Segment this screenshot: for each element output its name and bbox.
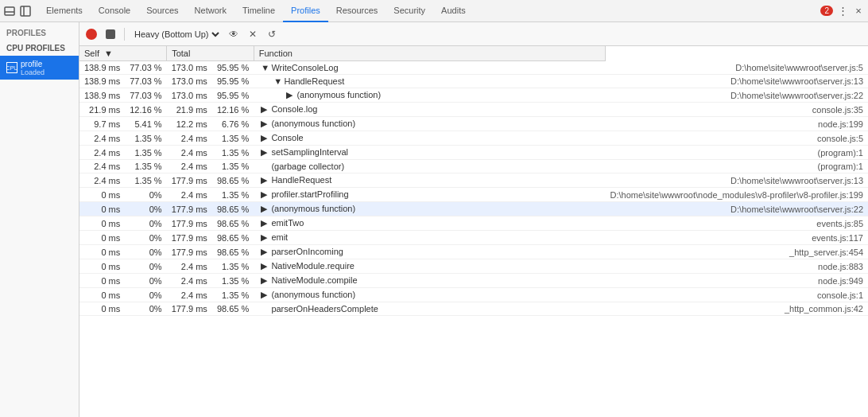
tab-elements[interactable]: Elements (38, 0, 91, 22)
total-ms-cell: 173.0 ms (167, 61, 212, 75)
expand-arrow[interactable]: ▶ (261, 175, 269, 185)
table-row[interactable]: 0 ms 0% 2.4 ms 1.35 % ▶ profiler.startPr… (79, 188, 868, 202)
function-name: (anonymous function) (296, 90, 381, 99)
url-cell[interactable]: events.js:85 (605, 216, 868, 231)
function-cell: ▶ NativeModule.require (254, 259, 605, 274)
total-ms-cell: 2.4 ms (167, 274, 212, 288)
table-row[interactable]: 0 ms 0% 2.4 ms 1.35 % ▶ NativeModule.com… (79, 274, 868, 288)
table-row[interactable]: 0 ms 0% 2.4 ms 1.35 % ▶ (anonymous funct… (79, 288, 868, 302)
url-cell[interactable]: D:\home\site\wwwroot\node_modules\v8-pro… (605, 188, 868, 202)
url-cell[interactable]: D:\home\site\wwwroot\server.js:22 (605, 88, 868, 103)
table-row[interactable]: 21.9 ms 12.16 % 21.9 ms 12.16 % ▶ Consol… (79, 103, 868, 117)
url-cell[interactable]: node.js:949 (605, 274, 868, 288)
refresh-icon[interactable]: ↺ (265, 27, 279, 41)
table-row[interactable]: 9.7 ms 5.41 % 12.2 ms 6.76 % ▶ (anonymou… (79, 117, 868, 131)
table-row[interactable]: 2.4 ms 1.35 % 2.4 ms 1.35 % ▶ Console co… (79, 131, 868, 146)
url-cell[interactable]: D:\home\site\wwwroot\server.js:22 (605, 202, 868, 216)
table-row[interactable]: 2.4 ms 1.35 % 177.9 ms 98.65 % ▶ HandleR… (79, 173, 868, 188)
total-pct-cell: 98.65 % (212, 173, 254, 188)
profile-name: profile (21, 60, 42, 68)
sidebar-item-profile[interactable]: CPU profile Loaded (0, 56, 79, 80)
total-ms-cell: 2.4 ms (167, 188, 212, 202)
total-ms-cell: 2.4 ms (167, 146, 212, 160)
expand-arrow[interactable]: ▶ (261, 104, 269, 115)
url-cell[interactable]: _http_server.js:454 (605, 245, 868, 259)
expand-arrow[interactable]: ▶ (261, 204, 269, 214)
url-cell[interactable]: _http_common.js:42 (605, 302, 868, 316)
expand-arrow[interactable]: ▶ (261, 290, 269, 300)
url-cell[interactable]: console.js:35 (605, 103, 868, 117)
eye-icon[interactable]: 👁 (227, 27, 241, 41)
close-icon[interactable]: × (852, 5, 865, 18)
expand-arrow[interactable]: ▶ (261, 232, 269, 243)
cpu-profiles-label: CPU PROFILES (0, 41, 79, 56)
url-cell[interactable]: console.js:5 (605, 131, 868, 146)
url-cell[interactable]: (program):1 (605, 160, 868, 173)
record-button[interactable] (84, 27, 99, 41)
tab-timeline[interactable]: Timeline (234, 0, 283, 22)
url-cell[interactable]: console.js:1 (605, 288, 868, 302)
function-name: (garbage collector) (271, 162, 344, 171)
self-ms-cell: 2.4 ms (79, 160, 125, 173)
expand-arrow[interactable]: ▶ (261, 189, 269, 200)
expand-arrow[interactable]: ▼ (261, 63, 269, 72)
url-cell[interactable]: (program):1 (605, 146, 868, 160)
table-row[interactable]: 0 ms 0% 2.4 ms 1.35 % ▶ NativeModule.req… (79, 259, 868, 274)
tab-console[interactable]: Console (91, 0, 138, 22)
tab-audits[interactable]: Audits (433, 0, 474, 22)
self-pct-cell: 0% (125, 202, 166, 216)
self-pct-cell: 0% (125, 231, 166, 245)
expand-arrow[interactable]: ▶ (261, 261, 269, 271)
function-name: emit (271, 232, 288, 242)
url-cell[interactable]: events.js:117 (605, 231, 868, 245)
table-row[interactable]: 0 ms 0% 177.9 ms 98.65 % parserOnHeaders… (79, 302, 868, 316)
stop-button[interactable] (103, 27, 118, 41)
url-cell[interactable]: node.js:199 (605, 117, 868, 131)
url-cell[interactable]: D:\home\site\wwwroot\server.js:13 (605, 75, 868, 88)
self-ms-cell: 2.4 ms (79, 173, 125, 188)
tab-sources[interactable]: Sources (138, 0, 186, 22)
url-cell[interactable]: D:\home\site\wwwroot\server.js:5 (605, 61, 868, 75)
view-mode-select[interactable]: Heavy (Bottom Up) Tree (Top Down) Chart (131, 29, 222, 40)
expand-arrow[interactable]: ▶ (261, 247, 269, 257)
expand-arrow[interactable]: ▼ (273, 76, 281, 86)
expand-arrow[interactable]: ▶ (261, 147, 269, 158)
expand-arrow[interactable]: ▶ (261, 218, 269, 228)
tab-network[interactable]: Network (187, 0, 234, 22)
dock-icon[interactable] (3, 5, 16, 18)
expand-arrow[interactable]: ▶ (261, 275, 269, 286)
toolbar-separator (124, 28, 125, 41)
more-menu-icon[interactable]: ⋮ (836, 5, 849, 18)
table-row[interactable]: 138.9 ms 77.03 % 173.0 ms 95.95 % ▼ Hand… (79, 75, 868, 88)
table-row[interactable]: 138.9 ms 77.03 % 173.0 ms 95.95 % ▶ (ano… (79, 88, 868, 103)
total-ms-cell: 177.9 ms (167, 216, 212, 231)
function-name: (anonymous function) (271, 119, 355, 128)
function-cell: ▶ (anonymous function) (254, 288, 605, 302)
expand-arrow[interactable]: ▶ (261, 133, 269, 143)
self-ms-cell: 0 ms (79, 288, 125, 302)
total-pct-cell: 12.16 % (212, 103, 254, 117)
main-layout: Profiles CPU PROFILES CPU profile Loaded… (0, 22, 868, 417)
function-cell: ▶ HandleRequest (254, 173, 605, 188)
undock-icon[interactable] (19, 5, 32, 18)
expand-arrow[interactable]: ▶ (261, 119, 269, 129)
table-row[interactable]: 0 ms 0% 177.9 ms 98.65 % ▶ emit events.j… (79, 231, 868, 245)
table-row[interactable]: 0 ms 0% 177.9 ms 98.65 % ▶ emitTwo event… (79, 216, 868, 231)
function-cell: ▶ Console.log (254, 103, 605, 117)
tab-profiles[interactable]: Profiles (283, 0, 328, 22)
url-cell[interactable]: D:\home\site\wwwroot\server.js:13 (605, 173, 868, 188)
url-cell[interactable]: node.js:883 (605, 259, 868, 274)
table-row[interactable]: 0 ms 0% 177.9 ms 98.65 % ▶ parserOnIncom… (79, 245, 868, 259)
self-ms-cell: 9.7 ms (79, 117, 125, 131)
total-pct-cell: 1.35 % (212, 131, 254, 146)
tab-resources[interactable]: Resources (328, 0, 386, 22)
self-ms-cell: 0 ms (79, 202, 125, 216)
clear-icon[interactable]: ✕ (246, 27, 260, 41)
table-row[interactable]: 138.9 ms 77.03 % 173.0 ms 95.95 % ▼ Writ… (79, 61, 868, 75)
table-row[interactable]: 0 ms 0% 177.9 ms 98.65 % ▶ (anonymous fu… (79, 202, 868, 216)
table-row[interactable]: 2.4 ms 1.35 % 2.4 ms 1.35 % (garbage col… (79, 160, 868, 173)
expand-arrow[interactable]: ▶ (286, 90, 294, 100)
tab-security[interactable]: Security (386, 0, 433, 22)
self-pct-cell: 77.03 % (125, 61, 166, 75)
table-row[interactable]: 2.4 ms 1.35 % 2.4 ms 1.35 % ▶ setSamplin… (79, 146, 868, 160)
